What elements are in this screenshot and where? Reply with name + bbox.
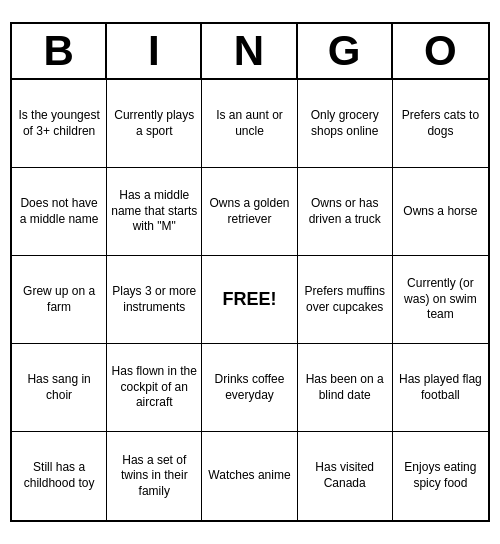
bingo-cell-24[interactable]: Enjoys eating spicy food: [393, 432, 488, 520]
bingo-cell-10[interactable]: Grew up on a farm: [12, 256, 107, 344]
bingo-cell-14[interactable]: Currently (or was) on swim team: [393, 256, 488, 344]
bingo-cell-17[interactable]: Drinks coffee everyday: [202, 344, 297, 432]
bingo-cell-6[interactable]: Has a middle name that starts with "M": [107, 168, 202, 256]
cell-text-4: Prefers cats to dogs: [397, 108, 484, 139]
bingo-cell-1[interactable]: Currently plays a sport: [107, 80, 202, 168]
cell-text-19: Has played flag football: [397, 372, 484, 403]
bingo-cell-23[interactable]: Has visited Canada: [298, 432, 393, 520]
cell-text-10: Grew up on a farm: [16, 284, 102, 315]
cell-text-16: Has flown in the cockpit of an aircraft: [111, 364, 197, 411]
bingo-grid: Is the youngest of 3+ childrenCurrently …: [12, 80, 488, 520]
bingo-header: BINGO: [12, 24, 488, 80]
bingo-cell-19[interactable]: Has played flag football: [393, 344, 488, 432]
cell-text-14: Currently (or was) on swim team: [397, 276, 484, 323]
header-letter-n: N: [202, 24, 297, 78]
cell-text-13: Prefers muffins over cupcakes: [302, 284, 388, 315]
header-letter-i: I: [107, 24, 202, 78]
bingo-cell-15[interactable]: Has sang in choir: [12, 344, 107, 432]
header-letter-g: G: [298, 24, 393, 78]
bingo-cell-2[interactable]: Is an aunt or uncle: [202, 80, 297, 168]
bingo-cell-21[interactable]: Has a set of twins in their family: [107, 432, 202, 520]
bingo-cell-13[interactable]: Prefers muffins over cupcakes: [298, 256, 393, 344]
cell-text-2: Is an aunt or uncle: [206, 108, 292, 139]
bingo-cell-7[interactable]: Owns a golden retriever: [202, 168, 297, 256]
cell-text-22: Watches anime: [208, 468, 290, 484]
bingo-cell-20[interactable]: Still has a childhood toy: [12, 432, 107, 520]
cell-text-15: Has sang in choir: [16, 372, 102, 403]
cell-text-18: Has been on a blind date: [302, 372, 388, 403]
cell-text-7: Owns a golden retriever: [206, 196, 292, 227]
cell-text-8: Owns or has driven a truck: [302, 196, 388, 227]
header-letter-o: O: [393, 24, 488, 78]
cell-text-20: Still has a childhood toy: [16, 460, 102, 491]
cell-text-24: Enjoys eating spicy food: [397, 460, 484, 491]
bingo-card: BINGO Is the youngest of 3+ childrenCurr…: [10, 22, 490, 522]
bingo-cell-4[interactable]: Prefers cats to dogs: [393, 80, 488, 168]
cell-text-9: Owns a horse: [403, 204, 477, 220]
bingo-cell-22[interactable]: Watches anime: [202, 432, 297, 520]
cell-text-11: Plays 3 or more instruments: [111, 284, 197, 315]
bingo-cell-16[interactable]: Has flown in the cockpit of an aircraft: [107, 344, 202, 432]
bingo-cell-5[interactable]: Does not have a middle name: [12, 168, 107, 256]
bingo-cell-11[interactable]: Plays 3 or more instruments: [107, 256, 202, 344]
cell-text-6: Has a middle name that starts with "M": [111, 188, 197, 235]
cell-text-23: Has visited Canada: [302, 460, 388, 491]
bingo-cell-9[interactable]: Owns a horse: [393, 168, 488, 256]
cell-text-0: Is the youngest of 3+ children: [16, 108, 102, 139]
cell-text-17: Drinks coffee everyday: [206, 372, 292, 403]
cell-text-3: Only grocery shops online: [302, 108, 388, 139]
bingo-cell-18[interactable]: Has been on a blind date: [298, 344, 393, 432]
bingo-cell-0[interactable]: Is the youngest of 3+ children: [12, 80, 107, 168]
bingo-cell-8[interactable]: Owns or has driven a truck: [298, 168, 393, 256]
cell-text-5: Does not have a middle name: [16, 196, 102, 227]
cell-text-1: Currently plays a sport: [111, 108, 197, 139]
bingo-cell-3[interactable]: Only grocery shops online: [298, 80, 393, 168]
cell-text-21: Has a set of twins in their family: [111, 453, 197, 500]
bingo-cell-12[interactable]: FREE!: [202, 256, 297, 344]
header-letter-b: B: [12, 24, 107, 78]
cell-text-12: FREE!: [222, 288, 276, 311]
